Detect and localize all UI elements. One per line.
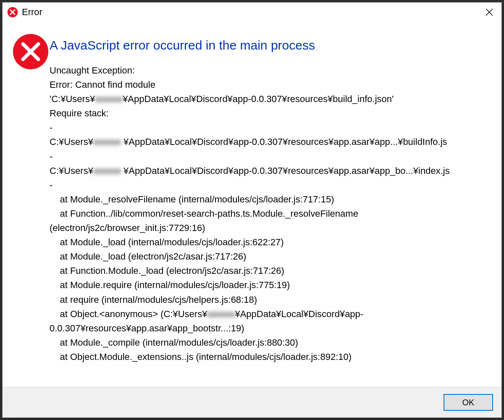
stack-line-text: at Module._load (internal/modules/cjs/lo…	[50, 237, 284, 247]
error-icon	[7, 6, 18, 18]
stack-line: at Module._compile (internal/modules/cjs…	[50, 336, 492, 350]
stack-line: 'C:¥Users¥xxxxxx¥AppData¥Local¥Discord¥a…	[50, 92, 492, 106]
stack-line: Require stack:	[50, 106, 492, 121]
stack-line: at Object.<anonymous> (C:¥Users¥xxxxxx¥A…	[50, 307, 492, 336]
stack-line: C:¥Users¥xxxxxx ¥AppData¥Local¥Discord¥a…	[50, 164, 492, 178]
redacted-username: xxxxxx	[93, 136, 121, 147]
stack-line-text: C:¥Users¥	[50, 165, 93, 176]
content-text: Uncaught Exception:Error: Cannot find mo…	[50, 63, 492, 364]
stack-line: at Module._load (internal/modules/cjs/lo…	[50, 235, 492, 249]
redacted-username: xxxxxx	[93, 165, 121, 176]
ok-button[interactable]: OK	[444, 394, 493, 411]
stack-line-text: Error: Cannot find module	[50, 79, 155, 90]
stack-line-text: ¥AppData¥Local¥Discord¥app-0.0.307¥resou…	[123, 94, 394, 104]
stack-line: at Function.Module._load (electron/js2c/…	[50, 264, 492, 278]
stack-line-text: 'C:¥Users¥	[50, 94, 95, 104]
stack-line-text: at Object.<anonymous> (C:¥Users¥	[50, 309, 207, 319]
main-instruction: A JavaScript error occurred in the main …	[50, 37, 492, 53]
stack-line-text: Require stack:	[50, 108, 109, 118]
stack-line-text: ¥AppData¥Local¥Discord¥app-0.0.307¥resou…	[121, 165, 450, 176]
stack-line: at Module.require (internal/modules/cjs/…	[50, 278, 492, 292]
stack-line: -	[50, 150, 492, 164]
stack-line: at Function../lib/common/reset-search-pa…	[50, 207, 492, 235]
stack-line-text: at Module._resolveFilename (internal/mod…	[50, 194, 334, 205]
stack-line-text: ¥AppData¥Local¥Discord¥app-0.0.307¥resou…	[121, 136, 447, 147]
dialog-body: A JavaScript error occurred in the main …	[3, 22, 501, 387]
stack-line: C:¥Users¥xxxxxx ¥AppData¥Local¥Discord¥a…	[50, 135, 492, 149]
stack-line-text: -	[50, 180, 52, 190]
stack-line: at Module._load (electron/js2c/asar.js:7…	[50, 249, 492, 264]
stack-line-text: -	[50, 122, 52, 133]
stack-line-text: at Function.Module._load (electron/js2c/…	[50, 265, 284, 276]
stack-line-text: at Object.Module._extensions..js (intern…	[50, 352, 352, 362]
stack-line-text: at Function../lib/common/reset-search-pa…	[50, 208, 361, 233]
stack-line-text: at Module._load (electron/js2c/asar.js:7…	[50, 251, 246, 262]
stack-line-text: at Module.require (internal/modules/cjs/…	[50, 280, 290, 290]
stack-line: Uncaught Exception:	[50, 63, 492, 78]
stack-line: at Object.Module._extensions..js (intern…	[50, 350, 492, 364]
close-button[interactable]	[480, 3, 499, 22]
stack-line: at require (internal/modules/cjs/helpers…	[50, 293, 492, 307]
stack-line: -	[50, 121, 492, 135]
stack-line: at Module._resolveFilename (internal/mod…	[50, 192, 492, 207]
stack-line: Error: Cannot find module	[50, 78, 492, 92]
titlebar: Error	[3, 3, 501, 22]
window-title: Error	[22, 7, 480, 18]
stack-line-text: C:¥Users¥	[50, 136, 93, 147]
stack-line-text: at Module._compile (internal/modules/cjs…	[50, 337, 298, 348]
error-dialog: Error A JavaScript error occurred in the…	[2, 2, 502, 418]
stack-line: -	[50, 178, 492, 192]
stack-line-text: -	[50, 151, 52, 162]
error-icon	[12, 65, 50, 72]
redacted-username: xxxxxx	[207, 309, 235, 319]
stack-line-text: at require (internal/modules/cjs/helpers…	[50, 294, 257, 305]
button-row: OK	[3, 387, 501, 417]
redacted-username: xxxxxx	[95, 94, 123, 104]
stack-line-text: Uncaught Exception:	[50, 65, 135, 76]
